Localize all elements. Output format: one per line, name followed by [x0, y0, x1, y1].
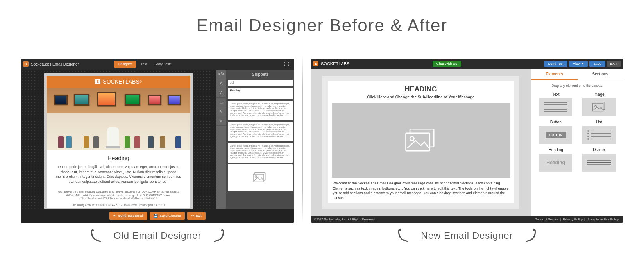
panel-divider: [302, 55, 303, 223]
welcome-text[interactable]: Welcome to the SocketLabs Email Designer…: [328, 178, 514, 203]
image-icon: [591, 101, 607, 113]
element-image[interactable]: Image: [580, 92, 618, 116]
old-caption-text: Old Email Designer: [114, 230, 202, 241]
tab-why-text[interactable]: Why Text?: [152, 61, 176, 68]
save-content-button[interactable]: 💾Save Content: [150, 212, 185, 220]
snippets-title: Snippets: [226, 70, 294, 79]
link-privacy[interactable]: Privacy Policy: [562, 218, 584, 221]
curved-arrow-icon: [520, 226, 540, 245]
tab-text[interactable]: Text: [137, 61, 151, 68]
socketlabs-logo: S SOCKETLABS: [313, 61, 349, 66]
old-sidebar: </> A A̲ ▭ ✎ ✐ Snippets All Heading Done…: [216, 70, 294, 209]
send-test-button[interactable]: Send Test: [544, 61, 567, 67]
email-paragraph[interactable]: Donec pede justo, fringilla vel, aliquet…: [47, 165, 190, 189]
link-tos[interactable]: Terms of Service: [533, 218, 560, 221]
email-address: Our mailing address is: OUR COMPANY | 12…: [47, 202, 190, 208]
curved-arrow-icon: [87, 226, 107, 245]
drag-hint: Drag any element onto the canvas.: [531, 80, 623, 91]
pencil-tool-icon[interactable]: ✐: [216, 116, 226, 126]
hero-image: [47, 88, 190, 150]
tab-sections[interactable]: Sections: [578, 69, 624, 80]
email-heading[interactable]: Heading: [47, 150, 190, 165]
chat-with-us-button[interactable]: Chat With Us: [433, 61, 461, 67]
exit-icon: ↩: [191, 214, 194, 218]
page-title: Email Designer Before & After: [0, 16, 644, 35]
view-dropdown[interactable]: View▾: [569, 61, 588, 67]
new-canvas-area: HEADING Click Here and Change the Sub-He…: [311, 69, 531, 216]
curved-arrow-icon: [208, 226, 228, 245]
tab-elements[interactable]: Elements: [531, 69, 578, 80]
new-caption: New Email Designer: [394, 226, 539, 245]
new-designer-window: S SOCKETLABS Chat With Us Send Test View…: [311, 59, 623, 223]
new-email-canvas[interactable]: HEADING Click Here and Change the Sub-He…: [322, 76, 519, 209]
link-aup[interactable]: Acceptable Use Policy: [586, 218, 620, 221]
snippets-filter[interactable]: All: [228, 80, 293, 86]
save-button[interactable]: Save: [589, 61, 605, 67]
send-test-email-button[interactable]: ✉Send Test Email: [109, 212, 147, 220]
svg-rect-4: [406, 133, 430, 151]
socketlabs-icon: S: [95, 79, 100, 84]
email-logo-text: SOCKETLABS: [103, 79, 139, 85]
new-header: S SOCKETLABS Chat With Us Send Test View…: [311, 59, 623, 69]
old-panel-wrapper: S SocketLabs Email Designer Designer Tex…: [21, 59, 294, 245]
new-footer: ©2017 SocketLabs, Inc. All Rights Reserv…: [311, 216, 623, 223]
brush-tool-icon[interactable]: ✎: [216, 107, 226, 116]
image-placeholder-icon: [403, 127, 438, 154]
old-app-title: SocketLabs Email Designer: [31, 62, 79, 66]
email-heading[interactable]: HEADING: [328, 81, 514, 95]
email-unsubscribe: You received thi s email because you sig…: [47, 189, 190, 202]
socketlabs-icon: S: [23, 61, 29, 67]
old-designer-window: S SocketLabs Email Designer Designer Tex…: [21, 59, 294, 223]
curved-arrow-icon: [394, 226, 414, 245]
email-logo-bar: S SOCKETLABS ®: [47, 76, 190, 88]
element-divider[interactable]: Divider: [580, 148, 618, 172]
expand-icon[interactable]: ⛶: [281, 61, 292, 67]
old-email-canvas[interactable]: S SOCKETLABS ®: [44, 73, 193, 209]
element-button[interactable]: Button BUTTON: [537, 120, 575, 144]
element-list[interactable]: List: [580, 120, 618, 144]
text-tool-icon[interactable]: A: [216, 79, 226, 88]
image-placeholder[interactable]: [332, 103, 510, 178]
code-tool-icon[interactable]: </>: [216, 70, 226, 79]
exit-button[interactable]: EXIT: [607, 61, 621, 67]
socketlabs-icon: S: [313, 61, 318, 66]
new-sidebar: Elements Sections Drag any element onto …: [531, 69, 623, 216]
snippet-image[interactable]: [228, 164, 293, 191]
old-header: S SocketLabs Email Designer Designer Tex…: [21, 59, 294, 70]
old-caption: Old Email Designer: [87, 226, 228, 245]
svg-rect-7: [592, 104, 603, 111]
exit-button[interactable]: ↩Exit: [187, 212, 206, 220]
font-tool-icon[interactable]: A̲: [216, 88, 226, 98]
snippet-paragraph[interactable]: Donec pede justo, fringilla vel, aliquet…: [228, 101, 293, 120]
tab-designer[interactable]: Designer: [114, 61, 136, 68]
old-action-bar: ✉Send Test Email 💾Save Content ↩Exit: [21, 209, 294, 223]
snippet-paragraph[interactable]: Donec pede justo, fringilla vel, aliquet…: [228, 143, 293, 163]
save-icon: 💾: [154, 214, 158, 218]
new-caption-text: New Email Designer: [421, 230, 513, 241]
new-panel-wrapper: S SOCKETLABS Chat With Us Send Test View…: [311, 59, 623, 245]
copyright-text: ©2017 SocketLabs, Inc. All Rights Reserv…: [314, 218, 376, 221]
email-subheading[interactable]: Click Here and Change the Sub-Headline o…: [328, 95, 514, 103]
snippet-paragraph[interactable]: Donec pede justo, fringilla vel, aliquet…: [228, 122, 293, 141]
chevron-down-icon: ▾: [582, 62, 584, 66]
old-canvas-area: S SOCKETLABS ®: [21, 70, 216, 209]
element-text[interactable]: Text: [537, 92, 575, 116]
snippet-heading[interactable]: Heading: [228, 88, 293, 99]
image-tool-icon[interactable]: ▭: [216, 98, 226, 107]
element-heading[interactable]: Heading Heading: [537, 148, 575, 172]
mail-icon: ✉: [113, 214, 116, 218]
